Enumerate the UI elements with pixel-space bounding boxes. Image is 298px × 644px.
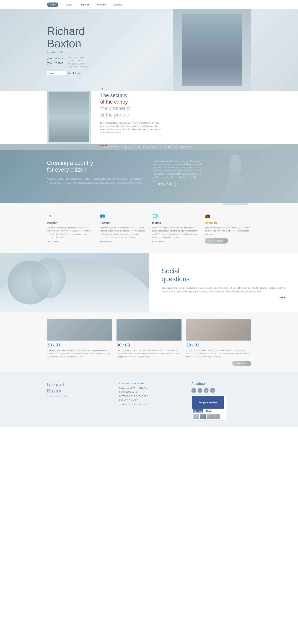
phone1: (800) 123 1234: [47, 56, 63, 61]
nav-item-programs[interactable]: Programs: [80, 3, 89, 7]
news-card-3: 30 / 03 Have you ever wondered how your …: [186, 319, 251, 366]
election-text: Discover my plans on improvement of the …: [100, 226, 146, 239]
quote-section: " The security of the contry, the prospe…: [0, 91, 298, 144]
news-image-2: [117, 319, 181, 340]
citizen-right: Modern American citizen deserves a count…: [154, 160, 251, 194]
citizen-left: Creating a country for every citizen Aca…: [47, 160, 144, 194]
footer-link-5[interactable]: STATEMENTS AND SPEECHES: [119, 402, 179, 406]
social-dots: [162, 296, 286, 298]
facebook-action-row: Like Page Share: [192, 408, 225, 413]
footer-social: Facebook: f t g+ in TemplateMonster Like…: [191, 382, 251, 420]
footer-link-0[interactable]: ACADEMIC NOMINATIONS: [119, 382, 179, 386]
footer: Richard Baxton © 2015 | PRIVACY POLICY A…: [0, 372, 298, 427]
social-image: [0, 253, 149, 312]
hero-search-area: 🔍 👤 Log in: [47, 71, 173, 75]
news-text-2: Looking forward to elections in your sta…: [117, 349, 181, 358]
quote-person-image: [47, 91, 91, 144]
dot-3: [105, 145, 107, 146]
quote-content: " The security of the contry, the prospe…: [100, 82, 251, 153]
issues-title: Issues: [152, 221, 199, 225]
donate-button[interactable]: DONATE NOW: [205, 238, 228, 244]
dot-2: [103, 145, 104, 146]
quote-dots: [100, 145, 251, 146]
issues-icon: 🌐: [152, 213, 158, 219]
hero-text: Richard Baxton American Politician (800)…: [47, 25, 173, 75]
sdot-2: [281, 296, 283, 298]
nav-items: Home About Programs Our blog Contacts: [47, 2, 122, 7]
statue-icon: [220, 155, 251, 205]
footer-name: Richard Baxton: [47, 382, 107, 394]
sdot-3: [284, 296, 285, 298]
election-title: Election: [100, 221, 146, 225]
hero-image: [173, 10, 251, 91]
quote-text: The security of the contry, the prosperi…: [100, 92, 251, 118]
citizen-description: Modern American citizen deserves a count…: [154, 160, 204, 179]
dot-1: [100, 145, 102, 146]
issues-text: Learn about major problems of US politic…: [152, 226, 199, 239]
hero-phones: (800) 123 1234 (800) 123 1235: [47, 56, 63, 66]
quote-gray2: of the people: [100, 112, 129, 118]
quote-blue: The security: [100, 92, 127, 98]
nav-item-home[interactable]: Home: [47, 2, 58, 7]
nav-item-blog[interactable]: Our blog: [97, 3, 106, 7]
all-news-button[interactable]: ALL NEWS: [232, 361, 251, 366]
icon-card-donation: 💼 Donation If you think my plans are wor…: [205, 213, 251, 244]
donation-icon: 💼: [205, 213, 211, 219]
search-icon[interactable]: 🔍: [67, 72, 71, 74]
facebook-share-button[interactable]: Share: [205, 409, 212, 412]
linkedin-icon[interactable]: in: [210, 388, 215, 393]
election-read-more[interactable]: READ MORE ›: [100, 240, 146, 243]
social-questions-section: Social questions Social issues are of gr…: [0, 253, 298, 312]
facebook-preview-banner: TemplateMonster: [192, 396, 224, 408]
footer-links: ACADEMIC NOMINATIONS FEDERAL GRANT FUNDI…: [119, 382, 179, 420]
news-text-1: Fresh updates of proposals section. Thes…: [47, 349, 112, 358]
nav-item-about[interactable]: About: [66, 3, 72, 7]
footer-link-3[interactable]: INTERNSHIP APPLICATIONS: [119, 394, 179, 398]
footer-link-2[interactable]: FLAG REQUESTS: [119, 390, 179, 394]
icon-card-election: 👥 Election Discover my plans on improvem…: [100, 213, 146, 244]
facebook-preview-box: TemplateMonster Like Page Share: [191, 395, 226, 420]
hero-subtitle: American Politician: [47, 51, 173, 54]
quote-open-mark: ": [100, 88, 251, 92]
footer-link-4[interactable]: PRESS RELEASES: [119, 398, 179, 402]
social-text-side: Social questions Social issues are of gr…: [149, 253, 298, 312]
hero-name-line1: Richard: [47, 25, 85, 38]
icon-card-issues: 🌐 Issues Learn about major problems of U…: [152, 213, 199, 244]
news-section: 30 / 03 Fresh updates of proposals secti…: [0, 312, 298, 372]
mission-text: Learn more about my political mission as…: [47, 226, 93, 239]
fb-thumb-1: [193, 414, 199, 419]
nav-item-contacts[interactable]: Contacts: [113, 3, 122, 7]
login-button[interactable]: 👤 Log in: [72, 72, 81, 74]
fb-thumb-3: [207, 414, 213, 419]
donation-title: Donation: [205, 221, 251, 225]
citizen-section: Creating a country for every citizen Aca…: [0, 150, 298, 203]
quote-red: of the contry,: [100, 99, 129, 105]
search-input[interactable]: [47, 71, 66, 75]
phone2: (800) 123 1235: [47, 61, 63, 66]
twitter-icon[interactable]: t: [198, 388, 202, 393]
icon-card-mission: ✦ Mission Learn more about my political …: [47, 213, 93, 244]
footer-copyright: © 2015 | PRIVACY POLICY: [47, 395, 107, 397]
mission-title: Mission: [47, 221, 93, 225]
news-card-1: 30 / 03 Fresh updates of proposals secti…: [47, 319, 112, 366]
citizen-read-more-button[interactable]: READ MORE: [154, 182, 176, 187]
citizen-links: Academic Nominations / Federal Grant Fun…: [47, 177, 144, 185]
quote-body: I believe true leader should serve the n…: [100, 122, 163, 134]
issues-read-more[interactable]: READ MORE ›: [152, 240, 199, 243]
sdot-1: [279, 296, 280, 298]
news-card-2: 30 / 03 Looking forward to elections in …: [117, 319, 181, 366]
footer-link-1[interactable]: FEDERAL GRANT FUNDING: [119, 386, 179, 390]
icons-section: ✦ Mission Learn more about my political …: [0, 203, 298, 253]
facebook-like-button[interactable]: Like Page: [193, 409, 203, 412]
fb-thumb-2: [200, 414, 206, 419]
googleplus-icon[interactable]: g+: [204, 388, 209, 393]
footer-facebook-title: Facebook:: [191, 382, 251, 386]
mission-read-more[interactable]: READ MORE ›: [47, 240, 93, 243]
fb-thumb-4: [213, 414, 219, 419]
hero-name-line2: Baxton: [47, 37, 81, 50]
facebook-icon[interactable]: f: [191, 388, 196, 393]
news-image-1: [47, 319, 112, 340]
hero-address: USA - LOS ANGELES, 901 East E Street, Wi…: [68, 56, 88, 68]
news-date-1: 30 / 03: [47, 343, 112, 347]
social-icons-row: f t g+ in: [191, 388, 251, 393]
